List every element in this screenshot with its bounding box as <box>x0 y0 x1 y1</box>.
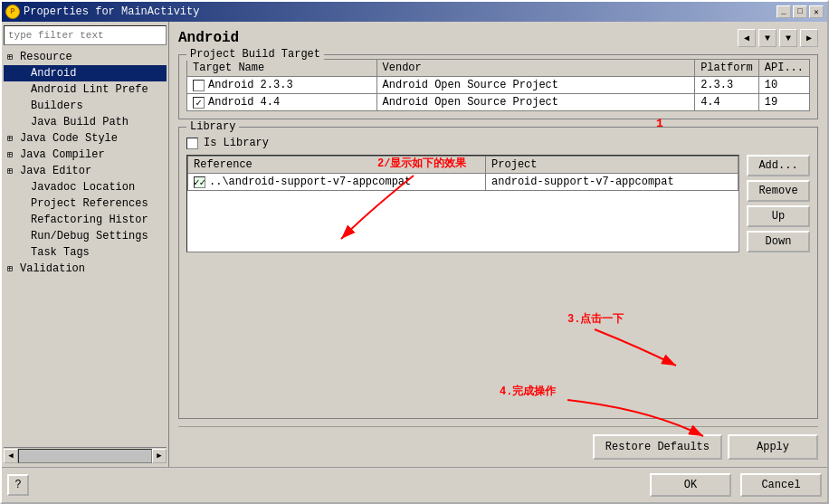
sidebar-item-label: Java Compiler <box>20 148 105 161</box>
library-label: Library <box>186 120 239 133</box>
expand-icon: ⊞ <box>7 166 18 176</box>
tree-container: ⊞ResourceAndroidAndroid Lint PrefeBuilde… <box>4 49 167 277</box>
expand-icon: ⊞ <box>7 149 18 160</box>
action-bar: Restore Defaults Apply <box>178 426 818 460</box>
library-group: Library Is Library Reference Project <box>178 127 818 419</box>
col-reference: Reference <box>188 157 486 174</box>
sidebar-item-java-build-path[interactable]: Java Build Path <box>4 114 167 130</box>
nav-dropdown2-button[interactable]: ▼ <box>779 29 797 47</box>
is-library-text: Is Library <box>204 137 269 149</box>
ok-button[interactable]: OK <box>650 473 731 497</box>
sidebar-item-java-compiler[interactable]: ⊞Java Compiler <box>4 147 167 163</box>
sidebar-item-java-code-style[interactable]: ⊞Java Code Style <box>4 130 167 147</box>
maximize-button[interactable]: □ <box>793 5 807 18</box>
scroll-track[interactable] <box>18 449 152 463</box>
sidebar-item-builders[interactable]: Builders <box>4 98 167 114</box>
nav-dropdown1-button[interactable]: ▼ <box>758 29 777 47</box>
sidebar-item-refactoring-history[interactable]: Refactoring Histor <box>4 212 167 228</box>
dialog-body: ⊞ResourceAndroidAndroid Lint PrefeBuilde… <box>2 22 827 467</box>
target-vendor: Android Open Source Project <box>376 94 695 111</box>
target-platform: 2.3.3 <box>695 77 759 94</box>
col-target-name: Target Name <box>187 60 377 77</box>
scrollbar: ◀ ▶ <box>4 447 167 463</box>
library-row[interactable]: ✓..\android-support-v7-appcompatandroid-… <box>188 174 738 191</box>
lib-reference: ..\android-support-v7-appcompat <box>209 176 411 188</box>
restore-defaults-button[interactable]: Restore Defaults <box>593 434 722 460</box>
add----button[interactable]: Add... <box>747 155 810 176</box>
library-table-container: Reference Project ✓..\android-support-v7… <box>186 155 739 252</box>
sidebar-item-project-references[interactable]: Project References <box>4 195 167 212</box>
build-target-group: Project Build Target Target Name Vendor … <box>178 54 818 119</box>
expand-icon: ⊞ <box>7 263 18 274</box>
sidebar-item-validation[interactable]: ⊞Validation <box>4 261 167 277</box>
ok-cancel-bar: ? OK Cancel <box>2 467 827 502</box>
dialog-icon: P <box>5 5 20 19</box>
panel-header: Android ◀ ▼ ▼ ▶ <box>178 29 818 47</box>
col-project: Project <box>486 157 738 174</box>
nav-forward-button[interactable]: ▶ <box>800 29 818 47</box>
filter-input[interactable] <box>4 25 167 45</box>
build-target-row[interactable]: Android 2.3.3Android Open Source Project… <box>187 77 810 94</box>
sidebar-item-label: Refactoring Histor <box>31 214 148 226</box>
target-checkbox-0[interactable] <box>193 80 205 91</box>
scroll-left-button[interactable]: ◀ <box>4 449 18 463</box>
lib-checkbox-0[interactable]: ✓ <box>194 176 205 188</box>
sidebar-item-run-debug-settings[interactable]: Run/Debug Settings <box>4 228 167 244</box>
sidebar-item-label: Javadoc Location <box>31 181 135 194</box>
expand-icon: ⊞ <box>7 133 18 144</box>
sidebar-item-android[interactable]: Android <box>4 65 167 81</box>
col-platform: Platform <box>695 60 759 77</box>
title-bar-left: P Properties for MainActivity <box>5 5 199 19</box>
sidebar-item-label: Android <box>31 67 76 80</box>
is-library-row: Is Library <box>186 137 810 149</box>
build-target-table: Target Name Vendor Platform API... Andro… <box>186 59 810 111</box>
apply-button[interactable]: Apply <box>728 434 818 460</box>
sidebar-item-label: Validation <box>20 262 85 275</box>
right-panel: Android ◀ ▼ ▼ ▶ Project Build Target Tar… <box>169 22 827 467</box>
sidebar-item-label: Builders <box>31 100 83 112</box>
target-api: 10 <box>758 77 809 94</box>
scroll-right-button[interactable]: ▶ <box>152 449 167 463</box>
nav-back-button[interactable]: ◀ <box>738 29 756 47</box>
lib-project: android-support-v7-appcompat <box>486 174 738 191</box>
sidebar-item-label: Task Tags <box>31 246 90 259</box>
target-vendor: Android Open Source Project <box>376 77 695 94</box>
sidebar-item-label: Android Lint Prefe <box>31 83 148 96</box>
cancel-button[interactable]: Cancel <box>740 473 822 497</box>
sidebar-item-task-tags[interactable]: Task Tags <box>4 244 167 261</box>
target-name: Android 4.4 <box>208 96 280 109</box>
nav-buttons: ◀ ▼ ▼ ▶ <box>738 29 818 47</box>
down-button[interactable]: Down <box>747 231 810 252</box>
sidebar-item-label: Resource <box>20 51 72 63</box>
remove-button[interactable]: Remove <box>747 180 810 202</box>
build-target-label: Project Build Target <box>186 48 324 61</box>
dialog-window: P Properties for MainActivity _ □ ✕ ⊞Res… <box>0 0 829 504</box>
sidebar-item-android-lint[interactable]: Android Lint Prefe <box>4 81 167 98</box>
window-controls: _ □ ✕ <box>777 5 824 18</box>
android-panel-title: Android <box>178 30 239 46</box>
sidebar-item-resource[interactable]: ⊞Resource <box>4 49 167 65</box>
help-button[interactable]: ? <box>7 474 29 496</box>
sidebar-item-label: Project References <box>31 197 148 210</box>
library-table: Reference Project ✓..\android-support-v7… <box>187 156 738 191</box>
target-checkbox-1[interactable] <box>193 97 205 109</box>
col-vendor: Vendor <box>376 60 695 77</box>
sidebar-item-java-editor[interactable]: ⊞Java Editor <box>4 163 167 179</box>
minimize-button[interactable]: _ <box>777 5 791 18</box>
build-target-row[interactable]: Android 4.4Android Open Source Project4.… <box>187 94 810 111</box>
up-button[interactable]: Up <box>747 205 810 227</box>
sidebar-item-label: Java Editor <box>20 165 91 177</box>
library-table-row: Reference Project ✓..\android-support-v7… <box>186 155 810 252</box>
target-platform: 4.4 <box>695 94 759 111</box>
target-api: 19 <box>758 94 809 111</box>
sidebar-item-label: Run/Debug Settings <box>31 230 148 242</box>
title-bar: P Properties for MainActivity _ □ ✕ <box>2 2 827 22</box>
target-name: Android 2.3.3 <box>208 79 293 91</box>
sidebar-item-label: Java Code Style <box>20 132 118 145</box>
dialog-title: Properties for MainActivity <box>24 5 199 18</box>
close-button[interactable]: ✕ <box>809 5 824 18</box>
help-area: ? <box>7 473 641 497</box>
sidebar-item-javadoc-location[interactable]: Javadoc Location <box>4 179 167 195</box>
library-side-buttons: Add...RemoveUpDown <box>743 155 810 252</box>
is-library-checkbox[interactable] <box>186 138 198 149</box>
